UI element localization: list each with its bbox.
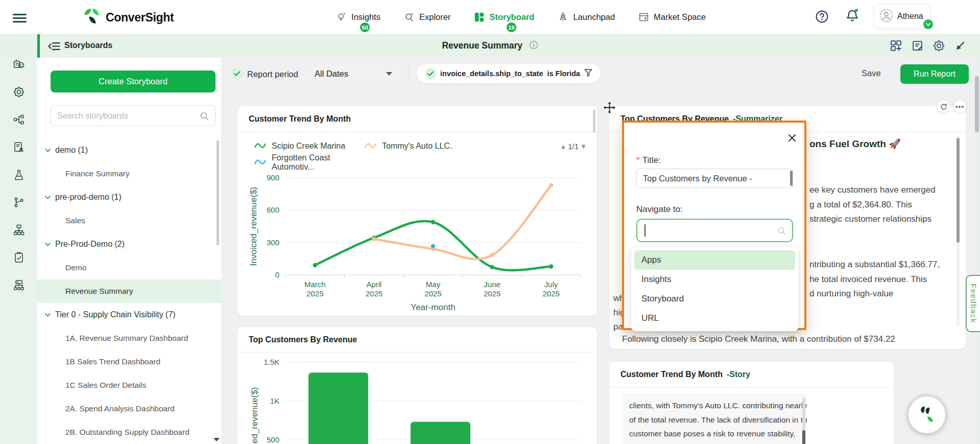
report-period-label: Report period <box>247 69 298 79</box>
search-input[interactable] <box>51 111 200 121</box>
hamburger-menu-icon[interactable] <box>13 14 27 22</box>
chart-legend: ▲ 1/1 ▼ Scipio Creek MarinaTommy's Auto … <box>254 138 587 171</box>
tree-group-tier-0-supply-chain-visibility-7[interactable]: Tier 0 - Supply Chain Visibility (7) <box>37 303 221 326</box>
help-icon[interactable] <box>815 10 829 26</box>
lab-flask-icon[interactable] <box>13 169 25 180</box>
line-chart[interactable]: 0300600900March2025April2025May2025June2… <box>242 172 593 313</box>
option-apps[interactable]: Apps <box>634 250 795 270</box>
feedback-tab[interactable]: Feedback <box>966 275 980 332</box>
tree-group-pre-prod-demo-1[interactable]: pre-prod-demo (1) <box>37 185 221 209</box>
summary-text-fragment-block: ntributing a substantial $1,366.77,he to… <box>809 258 940 301</box>
git-branch-icon[interactable] <box>13 197 25 208</box>
tasks-check-icon[interactable] <box>13 252 25 263</box>
expand-icon[interactable] <box>954 40 966 52</box>
settings-icon[interactable] <box>13 86 25 98</box>
story-text-line: clients, with Tommy's Auto LLC. contribu… <box>629 399 800 413</box>
svg-text:500: 500 <box>267 435 279 444</box>
story-card: Customer Trend By Month-Story clients, w… <box>609 362 894 444</box>
bar-chart[interactable]: 1.5K1K500Invoiced_revenue($) <box>242 355 593 444</box>
app-window: ConverSight Insights50ExplorerStoryboard… <box>0 0 980 444</box>
pager-down-icon[interactable]: ▼ <box>580 143 587 150</box>
refresh-card-button[interactable] <box>937 100 950 113</box>
run-report-button[interactable]: Run Report <box>900 64 969 84</box>
org-chart-icon[interactable] <box>13 279 25 291</box>
user-menu[interactable]: Athena <box>874 4 931 29</box>
data-flow-icon[interactable] <box>13 114 25 125</box>
series-squiggle-icon <box>254 142 267 151</box>
nav-item-market-space[interactable]: Market Space <box>638 0 706 34</box>
summary-text-line: he total invoiced revenue. This <box>809 272 940 287</box>
tree-item-2a-spend-analysis-dashboard[interactable]: 2A. Spend Analysis Dashboard <box>37 397 221 420</box>
story-text-box[interactable]: clients, with Tommy's Auto LLC. contribu… <box>622 393 807 444</box>
tree-item-1a-revenue-summary-dashboard[interactable]: 1A. Revenue Summary Dashboard <box>37 326 221 350</box>
tree-item-2b-outstanding-supply-dashboard[interactable]: 2B. Outstanding Supply Dashboard <box>37 420 221 444</box>
title-field-label: *Title: <box>636 155 661 166</box>
summary-text-line: d nurturing high-value <box>809 287 940 301</box>
filter-check-icon <box>425 68 436 79</box>
tree-item-1c-sales-order-details[interactable]: 1C Sales Order Details <box>37 373 221 397</box>
navigate-options-dropdown: AppsInsightsStoryboardURL <box>631 247 798 331</box>
assistant-launcher-button[interactable] <box>909 396 945 433</box>
navigate-search-field <box>636 219 793 242</box>
filter-field: invoice_details.ship_to_state <box>440 69 543 78</box>
input-scrollbar[interactable] <box>790 171 793 186</box>
search-icon[interactable] <box>200 111 209 121</box>
panel-scrollbar[interactable] <box>217 141 219 245</box>
svg-text:1K: 1K <box>270 396 279 405</box>
tree-item-revenue-summary[interactable]: Revenue Summary <box>37 279 221 303</box>
card-header: Top Customers By Revenue <box>237 327 597 353</box>
tree-item-sales[interactable]: Sales <box>37 209 221 232</box>
nav-item-storyboard[interactable]: Storyboard19 <box>474 0 534 34</box>
legend-item-forgotten-coast-automotiv[interactable]: Forgotten Coast Automotiv... <box>254 153 364 172</box>
settings-gear-icon[interactable] <box>933 40 945 52</box>
legend-item-scipio-creek-marina[interactable]: Scipio Creek Marina <box>254 142 364 151</box>
story-scrollbar[interactable] <box>802 430 805 444</box>
nav-item-explorer[interactable]: Explorer <box>404 0 450 34</box>
create-storyboard-button[interactable]: Create Storyboard <box>51 71 216 92</box>
svg-text:March: March <box>304 280 326 289</box>
nav-item-insights[interactable]: Insights50 <box>336 0 380 34</box>
pager-up-icon[interactable]: ▲ <box>560 143 566 150</box>
report-period-select[interactable]: All Dates <box>307 64 399 83</box>
svg-text:2025: 2025 <box>484 289 500 298</box>
card-title: Customer Trend By Month-Story <box>620 370 750 379</box>
notes-icon[interactable] <box>912 40 923 52</box>
notifications-bell-icon[interactable] <box>846 9 859 25</box>
option-url[interactable]: URL <box>634 309 795 328</box>
report-user-icon[interactable] <box>13 142 25 153</box>
svg-text:Year-month: Year-month <box>411 302 455 312</box>
filter-chip[interactable]: invoice_details.ship_to_state is Florida <box>416 63 601 84</box>
more-options-button[interactable]: ••• <box>953 100 967 113</box>
report-period-check-icon[interactable] <box>231 68 243 79</box>
svg-text:900: 900 <box>267 173 279 182</box>
nav-item-badge: 19 <box>506 21 517 33</box>
svg-text:2025: 2025 <box>543 289 560 298</box>
card-title: Customer Trend By Month <box>249 114 351 124</box>
panel-scroll-down-arrow[interactable] <box>213 438 220 441</box>
tree-item-1b-sales-trend-dashboard[interactable]: 1B Sales Trend Dashboard <box>37 350 221 373</box>
card-scrollbar[interactable] <box>593 109 595 133</box>
legend-pager: ▲ 1/1 ▼ <box>560 142 587 151</box>
analytics-icon[interactable] <box>13 59 25 70</box>
brand-name: ConverSight <box>106 11 174 25</box>
title-input[interactable] <box>636 169 793 188</box>
tree-item-demo[interactable]: Demo <box>37 256 221 279</box>
tree-group-pre-prod-demo-2[interactable]: Pre-Prod-Demo (2) <box>37 232 221 256</box>
add-widget-icon[interactable] <box>890 40 902 52</box>
close-icon[interactable] <box>787 133 797 145</box>
option-storyboard[interactable]: Storyboard <box>634 289 795 309</box>
option-insights[interactable]: Insights <box>634 270 795 289</box>
tree-group-demo-1[interactable]: demo (1) <box>37 138 221 162</box>
info-icon[interactable] <box>529 40 538 52</box>
sitemap-icon[interactable] <box>13 224 25 236</box>
tree-item-finance-summary[interactable]: Finance Summary <box>37 162 221 185</box>
legend-item-tommy-s-auto-llc[interactable]: Tommy's Auto LLC. <box>364 142 474 151</box>
nav-item-launchpad[interactable]: Launchpad <box>558 0 615 34</box>
text-scrollbar[interactable] <box>957 138 960 243</box>
main-scrollbar[interactable] <box>975 76 979 132</box>
navigate-search-input[interactable] <box>646 226 778 235</box>
save-button[interactable]: Save <box>862 68 881 78</box>
navigate-to-label: Navigate to: <box>636 204 683 215</box>
pager-count: 1/1 <box>568 142 579 151</box>
tree-label: Demo <box>65 263 86 272</box>
